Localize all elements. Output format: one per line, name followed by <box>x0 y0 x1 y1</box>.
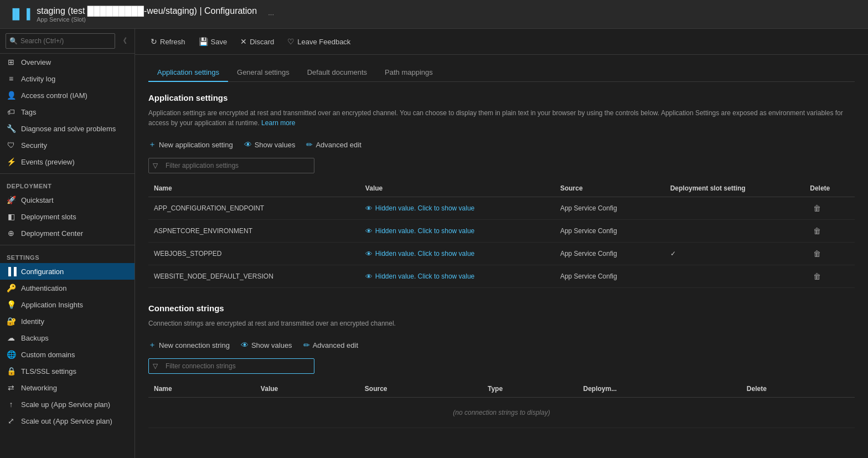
filter-icon: ▽ <box>153 162 158 169</box>
tab-default-documents[interactable]: Default documents <box>298 64 376 82</box>
backups-icon: ☁ <box>7 333 16 342</box>
conn-empty-row: (no connection strings to display) <box>148 398 855 428</box>
conn-col-type: Type <box>482 380 578 398</box>
sidebar-item-deployment-slots[interactable]: ◧Deployment slots <box>0 208 135 225</box>
sidebar-item-security[interactable]: 🛡Security <box>0 137 135 153</box>
sidebar-item-quickstart[interactable]: 🚀Quickstart <box>0 192 135 208</box>
delete-row-button[interactable]: 🗑 <box>810 203 824 214</box>
sidebar-item-label: Authentication <box>21 284 66 292</box>
save-icon: 💾 <box>199 37 208 46</box>
row-source: App Service Config <box>555 197 665 220</box>
row-slot-setting <box>665 220 805 243</box>
conn-table-header-row: Name Value Source Type Deploym... Delete <box>148 380 855 398</box>
row-value[interactable]: 👁 Hidden value. Click to show value <box>360 197 555 220</box>
sidebar-item-deployment-center[interactable]: ⊕Deployment Center <box>0 225 135 241</box>
row-delete[interactable]: 🗑 <box>804 197 855 220</box>
sidebar-item-authentication[interactable]: 🔑Authentication <box>0 280 135 296</box>
col-delete: Delete <box>804 180 855 197</box>
sidebar-item-backups[interactable]: ☁Backups <box>0 330 135 346</box>
app-settings-filter-input[interactable] <box>148 158 314 173</box>
sidebar-item-tls-ssl[interactable]: 🔒TLS/SSL settings <box>0 363 135 379</box>
tab-general-settings[interactable]: General settings <box>228 64 298 82</box>
sidebar-item-label: Scale up (App Service plan) <box>21 400 110 409</box>
collapse-sidebar-button[interactable]: 《 <box>117 35 129 47</box>
table-row: WEBJOBS_STOPPED 👁 Hidden value. Click to… <box>148 243 855 265</box>
advanced-edit-conn-button[interactable]: ✏ Advanced edit <box>303 338 365 352</box>
conn-col-deploym: Deploym... <box>578 380 741 398</box>
edit-icon-conn: ✏ <box>303 341 310 349</box>
content-area: Application settingsGeneral settingsDefa… <box>135 55 868 458</box>
sidebar-item-overview[interactable]: ⊞Overview <box>0 54 135 70</box>
edit-icon: ✏ <box>306 140 313 149</box>
refresh-button[interactable]: ↻ Refresh <box>144 34 192 49</box>
header-dots[interactable]: ··· <box>268 10 274 18</box>
sidebar-item-access-control[interactable]: 👤Access control (IAM) <box>0 87 135 104</box>
row-delete[interactable]: 🗑 <box>804 220 855 243</box>
sidebar-item-configuration[interactable]: ▐▐Configuration <box>0 263 135 280</box>
row-value[interactable]: 👁 Hidden value. Click to show value <box>360 243 555 265</box>
sidebar-item-application-insights[interactable]: 💡Application Insights <box>0 296 135 313</box>
configuration-icon: ▐▐ <box>7 267 16 276</box>
sidebar-item-scale-out[interactable]: ⤢Scale out (App Service plan) <box>0 413 135 429</box>
sidebar-item-label: Security <box>21 141 47 150</box>
refresh-icon: ↻ <box>151 37 157 46</box>
hidden-value-text[interactable]: Hidden value. Click to show value <box>375 272 474 280</box>
overview-icon: ⊞ <box>7 58 16 66</box>
learn-more-link[interactable]: Learn more <box>261 119 295 127</box>
delete-row-button[interactable]: 🗑 <box>810 271 824 282</box>
body: 🔍 《 ⊞Overview≡Activity log👤Access contro… <box>0 29 868 458</box>
sidebar-item-tags[interactable]: 🏷Tags <box>0 104 135 120</box>
discard-button[interactable]: ✕ Discard <box>234 34 281 49</box>
page-title: staging (test █████████-weu/staging) | C… <box>37 6 257 16</box>
sidebar-item-label: Scale out (App Service plan) <box>21 417 112 425</box>
hidden-value-text[interactable]: Hidden value. Click to show value <box>375 227 474 235</box>
authentication-icon: 🔑 <box>7 284 16 292</box>
quickstart-icon: 🚀 <box>7 195 16 204</box>
hidden-value-text[interactable]: Hidden value. Click to show value <box>375 204 474 212</box>
row-delete[interactable]: 🗑 <box>804 265 855 288</box>
sidebar-item-scale-up[interactable]: ↑Scale up (App Service plan) <box>0 396 135 413</box>
sidebar-section-deployment: Deployment <box>0 177 135 192</box>
application-insights-icon: 💡 <box>7 300 16 309</box>
feedback-button[interactable]: ♡ Leave Feedback <box>281 34 357 49</box>
delete-row-button[interactable]: 🗑 <box>810 225 824 236</box>
sidebar-item-activity-log[interactable]: ≡Activity log <box>0 70 135 87</box>
save-button[interactable]: 💾 Save <box>192 34 234 49</box>
sidebar-item-events[interactable]: ⚡Events (preview) <box>0 153 135 170</box>
tab-application-settings[interactable]: Application settings <box>148 64 228 82</box>
sidebar-item-networking[interactable]: ⇄Networking <box>0 379 135 396</box>
main-content: ↻ Refresh 💾 Save ✕ Discard ♡ Leave Feedb… <box>135 29 868 458</box>
sidebar-item-custom-domains[interactable]: 🌐Custom domains <box>0 346 135 363</box>
hidden-value-text[interactable]: Hidden value. Click to show value <box>375 250 474 258</box>
delete-row-button[interactable]: 🗑 <box>810 248 824 259</box>
sidebar-item-diagnose[interactable]: 🔧Diagnose and solve problems <box>0 120 135 137</box>
deployment-slots-icon: ◧ <box>7 212 16 221</box>
new-app-setting-button[interactable]: ＋ New application setting <box>148 137 240 152</box>
tab-path-mappings[interactable]: Path mappings <box>376 64 442 82</box>
sidebar-item-label: Diagnose and solve problems <box>21 125 116 133</box>
show-values-conn-button[interactable]: 👁 Show values <box>241 338 299 352</box>
sidebar-item-identity[interactable]: 🔐Identity <box>0 313 135 330</box>
show-values-button[interactable]: 👁 Show values <box>244 137 302 152</box>
row-value[interactable]: 👁 Hidden value. Click to show value <box>360 220 555 243</box>
connection-strings-title: Connection strings <box>148 303 855 313</box>
connection-strings-action-bar: ＋ New connection string 👁 Show values ✏ … <box>148 337 855 353</box>
eye-icon-conn: 👁 <box>241 341 249 349</box>
tags-icon: 🏷 <box>7 107 16 116</box>
row-delete[interactable]: 🗑 <box>804 243 855 265</box>
conn-col-delete: Delete <box>741 380 855 398</box>
deployment-center-icon: ⊕ <box>7 229 16 238</box>
app-settings-title: Application settings <box>148 93 855 102</box>
search-box: 🔍 《 <box>0 29 135 54</box>
sidebar-item-label: Access control (IAM) <box>21 91 87 100</box>
header-title-block: staging (test █████████-weu/staging) | C… <box>37 6 257 23</box>
row-value[interactable]: 👁 Hidden value. Click to show value <box>360 265 555 288</box>
plus-icon-conn: ＋ <box>148 340 156 350</box>
new-connection-string-button[interactable]: ＋ New connection string <box>148 337 236 353</box>
connection-strings-table: Name Value Source Type Deploym... Delete… <box>148 380 855 428</box>
advanced-edit-button[interactable]: ✏ Advanced edit <box>306 137 368 152</box>
search-input[interactable] <box>6 33 115 49</box>
plus-icon: ＋ <box>148 140 156 150</box>
connection-strings-filter-input[interactable] <box>148 358 314 374</box>
sidebar: 🔍 《 ⊞Overview≡Activity log👤Access contro… <box>0 29 135 458</box>
